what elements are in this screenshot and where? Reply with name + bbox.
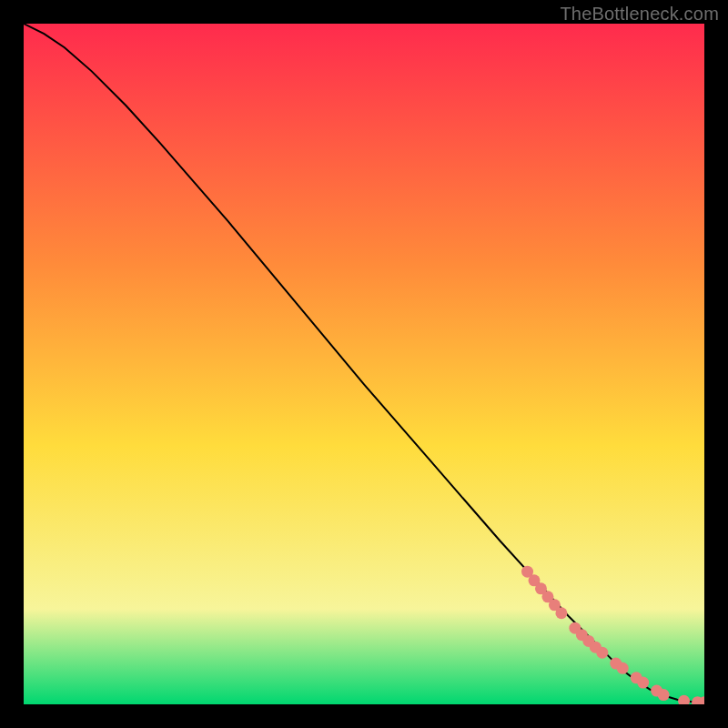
attribution-text: TheBottleneck.com xyxy=(560,4,719,25)
chart-stage: TheBottleneck.com xyxy=(0,0,728,728)
data-marker xyxy=(596,647,608,659)
gradient-panel xyxy=(24,24,704,704)
plot-svg xyxy=(24,24,704,704)
data-marker xyxy=(637,677,649,689)
data-marker xyxy=(658,689,670,701)
data-marker xyxy=(555,607,567,619)
data-marker xyxy=(617,662,629,674)
